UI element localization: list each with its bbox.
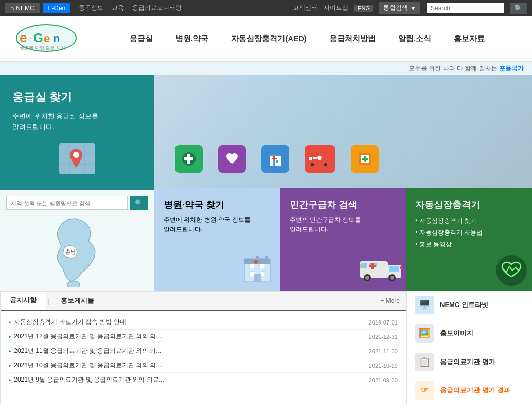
svg-rect-17 <box>270 154 281 156</box>
notice-title-5: 2021년 9월 응급의료기관 및 응급의료기관 외의 의료... <box>14 375 365 384</box>
ambulance-card[interactable]: 민간구급차 검색 주변의 민간구급차 정보를알려드립니다. <box>280 188 406 291</box>
hero-left-desc: 주변에 위치한 응급실 정보를알려드립니다. <box>12 111 142 133</box>
notice-item-1[interactable]: • 자동심장충격기 바로가기 접속 방법 안내 2019-07-01 <box>9 315 398 330</box>
evaluation-result-link[interactable]: ☞ 응급의료기관 평가 결과 <box>407 376 532 404</box>
tab-divider: | <box>46 297 51 305</box>
aed-card[interactable]: 자동심장충격기 자동심장충격기 찾기 자동심장충격기 사용법 홍보 동영상 <box>406 188 532 291</box>
dropdown-icon: ▼ <box>410 5 416 12</box>
home-icon: ⌂ <box>10 5 14 12</box>
notice-date-2: 2021-12-31 <box>369 334 398 340</box>
service-cards: 병원·약국 찾기 주변에 위치한 병원·약국 정보를알려드립니다. <box>154 188 532 291</box>
tab-pr-board[interactable]: 홍보게시물 <box>51 292 103 310</box>
svg-rect-20 <box>273 160 275 166</box>
emergency-room-card[interactable]: 응급실 찾기 주변에 위치한 응급실 정보를알려드립니다. <box>0 75 154 188</box>
svg-rect-57 <box>369 265 376 267</box>
nav-emergency-room[interactable]: 응급실 <box>118 30 164 48</box>
logo[interactable]: e . G e n 생명에 대한 같은 시각 <box>15 24 98 53</box>
hero-right: 누구든! 언제든! 어디서든! 응급의료정보제공 서비스 ▼ <box>154 75 532 188</box>
heart-icon <box>218 145 246 173</box>
evaluation-result-label: 응급의료기관 평가 결과 <box>440 386 510 395</box>
svg-text:G: G <box>33 31 43 45</box>
svg-text:충남: 충남 <box>65 249 76 255</box>
nemc-button[interactable]: ⌂ NEMC <box>5 3 40 13</box>
nav-hospital-pharmacy[interactable]: 병원.약국 <box>164 30 220 48</box>
top-nav-right: 고객센터 사이트맵 ENG 통합검색 ▼ 🔍 <box>293 2 527 14</box>
nav-aed[interactable]: 자동심장충격기(AED) <box>220 30 318 48</box>
svg-rect-39 <box>260 264 265 269</box>
logo-graphic: e . G e n 생명에 대한 같은 시각 <box>15 24 98 53</box>
aed-list-item-find[interactable]: 자동심장충격기 찾기 <box>415 215 523 227</box>
hero-icon-hospital[interactable] <box>261 145 289 173</box>
svg-point-12 <box>73 152 79 158</box>
notice-title-2: 2021년 12월 응급의료기관 및 응급의료기관 외의 의... <box>14 332 365 341</box>
banner-highlight[interactable]: 포용국가 <box>499 65 524 72</box>
image-icon: 🖼️ <box>415 324 434 343</box>
svg-text:e: e <box>44 32 50 45</box>
hero-icon-ambulance[interactable] <box>305 145 335 173</box>
svg-rect-59 <box>400 266 402 269</box>
svg-point-27 <box>324 163 327 166</box>
pharmacy-card[interactable]: 병원·약국 찾기 주변에 위치한 병원·약국 정보를알려드립니다. <box>154 188 280 291</box>
hero-icon-pharmacy[interactable] <box>175 145 203 173</box>
bottom-section: 공지사항 | 홍보게시물 + More • 자동심장충격기 바로가기 접속 방법… <box>0 291 532 404</box>
pr-image-label: 홍보이미지 <box>440 329 473 338</box>
banner-bar: 모두를 위한 나라 다 함께 잘사는 포용국가 <box>0 62 532 75</box>
eng-badge[interactable]: ENG <box>354 5 373 12</box>
aed-heart-icon <box>496 255 527 286</box>
aed-list-item-video[interactable]: 홍보 동영상 <box>415 239 523 250</box>
notice-board: 공지사항 | 홍보게시물 + More • 자동심장충격기 바로가기 접속 방법… <box>0 291 406 404</box>
svg-point-34 <box>67 281 80 287</box>
bullet-4: • <box>9 362 11 369</box>
nav-news[interactable]: 알림.소식 <box>387 30 442 48</box>
nav-first-aid[interactable]: 응급처치방법 <box>318 30 387 48</box>
top-nav-monitoring[interactable]: 응급의료모니터링 <box>132 4 182 12</box>
hero-icon-heart[interactable] <box>218 145 246 173</box>
bullet-2: • <box>9 333 11 340</box>
svg-point-26 <box>311 163 314 166</box>
svg-point-53 <box>365 276 369 280</box>
hospital-search-input[interactable] <box>6 196 128 210</box>
eigen-label: E-Gen <box>48 5 66 12</box>
notice-item-4[interactable]: • 2021년 10월 응급의료기관 및 응급의료기관 외의 의... 2021… <box>9 358 398 373</box>
top-nav-jungdok[interactable]: 중독정보 <box>79 4 103 12</box>
sitemap-link[interactable]: 사이트맵 <box>324 4 348 12</box>
notice-item-5[interactable]: • 2021년 9월 응급의료기관 및 응급의료기관 외의 의료... 2021… <box>9 373 398 387</box>
aed-list-item-usage[interactable]: 자동심장충격기 사용법 <box>415 227 523 239</box>
evaluation-link[interactable]: 📋 응급의료기관 평가 <box>407 348 532 376</box>
main-navigation: 응급실 병원.약국 자동심장충격기(AED) 응급처치방법 알림.소식 홍보자료 <box>98 30 517 48</box>
tab-notice[interactable]: 공지사항 <box>1 292 46 310</box>
nemc-intranet-link[interactable]: 🖥️ NEMC 인트라넷 <box>407 291 532 319</box>
mid-section: 🔍 충남 병원·약국 찾기 주변에 위치한 병원·약국 정보를알려드립니다. <box>0 188 532 291</box>
more-button[interactable]: + More <box>380 297 400 304</box>
nav-pr[interactable]: 홍보자료 <box>442 30 496 48</box>
svg-rect-58 <box>360 264 361 268</box>
customer-center-link[interactable]: 고객센터 <box>293 4 317 12</box>
search-submit-button[interactable]: 🔍 <box>510 3 527 14</box>
monitor-icon: 🖥️ <box>415 296 434 314</box>
svg-rect-46 <box>265 256 268 259</box>
top-nav-education[interactable]: 교육 <box>112 4 124 12</box>
nemc-label: NEMC <box>16 5 34 12</box>
hospital-search-button[interactable]: 🔍 <box>130 196 148 210</box>
svg-rect-51 <box>389 266 399 272</box>
site-header: e . G e n 생명에 대한 같은 시각 응급실 병원.약국 자동심장충격기… <box>0 16 532 62</box>
pr-image-link[interactable]: 🖼️ 홍보이미지 <box>407 319 532 348</box>
hospital-search-row: 🔍 <box>6 196 148 210</box>
notice-item-3[interactable]: • 2021년 11월 응급의료기관 및 응급의료기관 외의 의... 2021… <box>9 344 398 358</box>
notice-item-2[interactable]: • 2021년 12월 응급의료기관 및 응급의료기관 외의 의... 2021… <box>9 330 398 344</box>
svg-rect-38 <box>250 264 255 269</box>
svg-rect-25 <box>313 157 317 159</box>
bullet-3: • <box>9 348 11 355</box>
hero-icon-aed[interactable] <box>351 145 379 173</box>
aed-list: 자동심장충격기 찾기 자동심장충격기 사용법 홍보 동영상 <box>415 215 523 250</box>
evaluation-label: 응급의료기관 평가 <box>440 357 495 367</box>
search-input[interactable] <box>427 3 504 13</box>
svg-text:n: n <box>53 32 60 45</box>
ambulance-card-desc: 주변의 민간구급차 정보를알려드립니다. <box>290 215 397 235</box>
eigen-button[interactable]: E-Gen <box>43 3 71 13</box>
map-pin-icon <box>57 141 98 177</box>
unified-search-button[interactable]: 통합검색 ▼ <box>379 2 420 14</box>
notice-date-4: 2021-10-29 <box>369 363 398 369</box>
notice-date-3: 2021-11-30 <box>369 348 398 354</box>
search-map-area: 🔍 충남 <box>0 188 154 291</box>
